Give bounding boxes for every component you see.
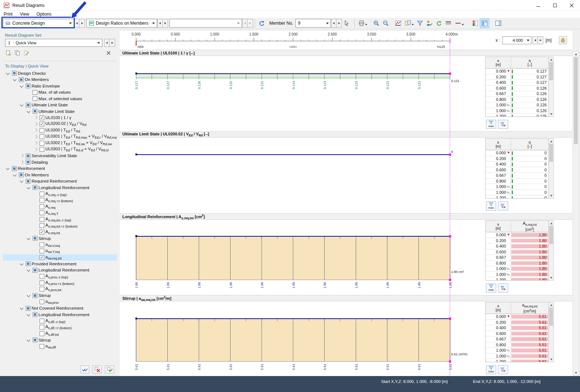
member-no-combobox[interactable]: 9 [295, 19, 331, 28]
checkbox-empty[interactable] [40, 223, 44, 228]
table-row[interactable]: 1.000¼0 [486, 184, 548, 190]
chevron-down-icon[interactable] [19, 83, 25, 89]
tree-item[interactable]: asw,dif [3, 343, 117, 350]
tree-item[interactable]: As,prov,-z (top) [3, 273, 117, 280]
result-diagram-set-combobox[interactable]: 1 Quick View [5, 39, 102, 47]
tree-item[interactable]: Ratio Envelope [3, 83, 117, 89]
print-button[interactable] [356, 19, 369, 28]
zoom-out-button[interactable] [381, 19, 391, 28]
chevron-down-icon[interactable] [26, 236, 32, 241]
menu-view[interactable]: View [16, 11, 33, 18]
pick-member-button[interactable] [342, 19, 351, 28]
copy-set-button[interactable] [13, 49, 21, 57]
chevron-right-icon[interactable] [33, 134, 38, 140]
checkbox-group[interactable] [33, 185, 37, 190]
tree-item[interactable]: Ultimate Limit State [3, 102, 117, 109]
tree-item[interactable]: ✓asw,req,tot [3, 254, 117, 261]
checkbox-group[interactable] [26, 154, 30, 158]
checkbox-empty[interactable] [40, 198, 44, 203]
zoom-in-button[interactable] [372, 19, 381, 28]
tree-item[interactable]: Max. of selected values [3, 95, 117, 102]
filter-max-button[interactable]: max [486, 365, 496, 374]
filter-user-button[interactable] [498, 120, 508, 129]
chevron-down-icon[interactable] [19, 178, 25, 184]
tree-item[interactable]: Longitudinal Reinforcement [3, 267, 117, 274]
table-row[interactable]: 0.6000 [486, 167, 548, 173]
chevron-down-icon[interactable] [12, 172, 18, 178]
chevron-down-icon[interactable] [19, 102, 25, 108]
checkbox-empty[interactable] [40, 319, 44, 323]
chevron-right-icon[interactable] [33, 121, 38, 127]
tree-item[interactable]: Design Checks [3, 70, 117, 77]
checkbox-checked[interactable]: ✓ [40, 255, 44, 260]
checkbox-checked[interactable]: ✓ [40, 230, 44, 234]
checkbox-group[interactable] [12, 166, 17, 171]
checkbox-group[interactable] [26, 160, 30, 164]
tree-item[interactable]: ✓UL0200.02 | VEd / VRd [3, 121, 117, 127]
table-row[interactable]: 1.2001.80 [486, 277, 548, 281]
tree-item[interactable]: asw,T,req [3, 248, 117, 254]
tree-item[interactable]: Serviceability Limit State [3, 153, 117, 159]
control-panel-button[interactable] [480, 19, 489, 28]
checkbox-empty[interactable] [40, 331, 44, 336]
design-situation-combobox[interactable] [169, 19, 242, 28]
select-all-button[interactable] [80, 366, 89, 373]
visibility-button[interactable] [425, 19, 434, 28]
checkbox-group[interactable] [33, 312, 37, 317]
result-table[interactable]: x[m]As,req,tot[cm2]0.0001.800.2001.800.4… [485, 220, 549, 281]
checkbox-empty[interactable] [40, 299, 44, 304]
checkbox-empty[interactable] [40, 344, 44, 349]
table-row[interactable]: 0.6005.61 [486, 331, 548, 337]
chevron-down-icon[interactable] [26, 267, 32, 273]
table-row[interactable]: 1.000¼5.61 [486, 348, 548, 354]
tree-item[interactable]: Ultimate Limit State [3, 108, 117, 115]
new-set-button[interactable] [4, 49, 12, 57]
filter-max-button[interactable]: max [486, 201, 496, 211]
checkbox-group[interactable] [26, 306, 30, 311]
tree-item[interactable]: As,dif,-z (top) [3, 318, 117, 324]
division-points-button[interactable] [453, 19, 465, 28]
result-diagram[interactable]: 0.1270.1270.1260.1250.1250.1240.1230.123… [120, 56, 485, 131]
member-next-button[interactable] [336, 19, 342, 28]
tree-item[interactable]: Max. of all values [3, 89, 117, 96]
checkbox-empty[interactable] [40, 134, 44, 139]
checkbox-checked[interactable]: ✓ [40, 122, 44, 126]
show-values-button[interactable] [403, 19, 415, 28]
table-row[interactable]: 0.4000 [486, 162, 548, 167]
table-row[interactable]: 0.6001.80 [486, 249, 548, 255]
table-row[interactable]: 1.000¼0 [486, 190, 548, 196]
filter-max-button[interactable]: max [486, 283, 496, 293]
design-situation-next-button[interactable] [248, 19, 253, 28]
set-prev-button[interactable] [104, 39, 110, 47]
result-diagram[interactable]: 5.615.615.615.615.615.615.615.615.615.61… [120, 301, 485, 376]
chevron-down-icon[interactable] [26, 312, 32, 318]
chevron-right-icon[interactable] [19, 153, 25, 159]
result-diagram[interactable]: 1.801.801.801.801.801.801.801.801.801.80… [120, 220, 485, 295]
member-prev-button[interactable] [331, 19, 336, 28]
checkbox-group[interactable] [33, 109, 37, 114]
checkbox-empty[interactable] [40, 287, 44, 291]
tree-item[interactable]: Stirrup [3, 293, 117, 299]
x-next-button[interactable] [538, 36, 543, 44]
table-row[interactable]: 1.2000.125 [486, 114, 548, 117]
design-situation-prev-button[interactable] [242, 19, 248, 28]
filter-user-button[interactable] [498, 201, 508, 211]
table-row[interactable]: 0.0000.127 [486, 69, 548, 74]
table-row[interactable]: 0.4005.61 [486, 325, 548, 331]
dock-view-button[interactable] [494, 19, 503, 28]
checkbox-empty[interactable] [40, 192, 44, 196]
table-row[interactable]: 0.0001.80 [486, 232, 548, 238]
table-row[interactable]: 1.000¼1.80 [486, 272, 548, 278]
edit-set-button[interactable] [23, 49, 30, 57]
checkbox-group[interactable] [33, 338, 37, 342]
table-row[interactable]: 0.2005.61 [486, 320, 548, 326]
table-scrollbar[interactable] [549, 302, 554, 362]
scrollbar-thumb[interactable] [549, 307, 553, 326]
table-row[interactable]: 1.000¼0.126 [486, 108, 548, 114]
chevron-down-icon[interactable] [19, 261, 25, 267]
minimize-button[interactable] [530, 0, 547, 11]
chevron-down-icon[interactable] [26, 109, 32, 114]
filter-results-button[interactable] [415, 19, 425, 28]
delete-set-button[interactable] [105, 49, 113, 57]
checkbox-empty[interactable] [40, 147, 44, 152]
